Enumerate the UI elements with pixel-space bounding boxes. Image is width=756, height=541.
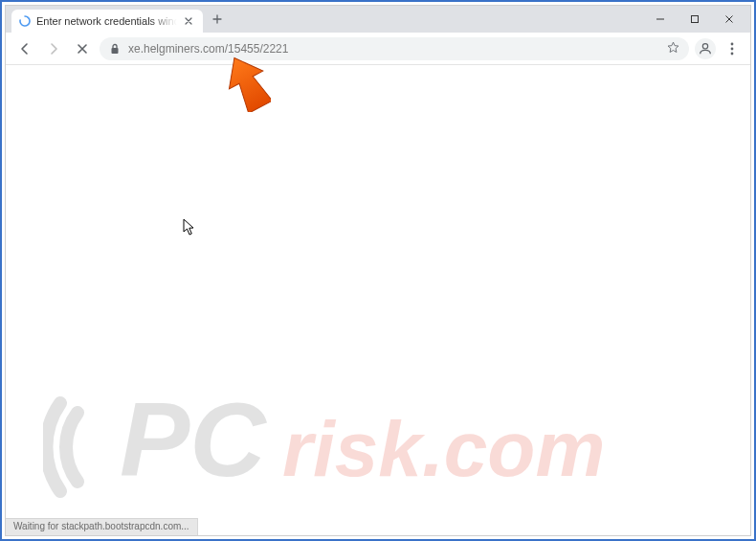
window-close-button[interactable]: [712, 9, 746, 30]
maximize-icon: [690, 14, 700, 24]
svg-point-4: [731, 47, 734, 50]
kebab-icon: [730, 42, 734, 56]
plus-icon: [212, 14, 222, 24]
svg-rect-0: [692, 16, 699, 23]
status-text: Waiting for stackpath.bootstrapcdn.com..…: [13, 521, 189, 531]
arrow-right-icon: [47, 42, 60, 56]
close-icon: [724, 14, 734, 24]
new-tab-button[interactable]: [207, 9, 228, 30]
watermark-left-text: PC: [120, 380, 267, 498]
page-viewport: PC risk.com Waiting for stackpath.bootst…: [6, 65, 750, 535]
tab-bar: Enter network credentials windo: [6, 6, 750, 33]
tab-close-button[interactable]: [183, 14, 195, 28]
forward-button[interactable]: [42, 37, 65, 60]
window-minimize-button[interactable]: [643, 9, 678, 30]
person-icon: [698, 41, 713, 56]
minimize-icon: [656, 14, 665, 24]
watermark-right-text: risk.com: [282, 405, 605, 492]
outer-frame: Enter network credentials windo: [0, 0, 756, 541]
url-text: xe.helgminers.com/15455/2221: [128, 42, 659, 56]
loading-spinner-icon: [19, 15, 31, 27]
window-maximize-button[interactable]: [678, 9, 712, 30]
close-icon: [185, 17, 192, 25]
back-button[interactable]: [13, 37, 36, 60]
stop-reload-button[interactable]: [71, 37, 94, 60]
stop-icon: [77, 43, 88, 55]
bookmark-star-button[interactable]: [667, 41, 679, 56]
star-icon: [667, 41, 679, 54]
toolbar: xe.helgminers.com/15455/2221: [6, 33, 750, 65]
browser-window: Enter network credentials windo: [5, 5, 751, 536]
svg-rect-1: [112, 48, 119, 54]
tab-title: Enter network credentials windo: [36, 15, 177, 27]
profile-avatar-button[interactable]: [695, 38, 716, 59]
arrow-left-icon: [18, 42, 32, 56]
tab-active[interactable]: Enter network credentials windo: [11, 10, 203, 33]
status-bar: Waiting for stackpath.bootstrapcdn.com..…: [6, 518, 198, 535]
svg-point-3: [731, 42, 734, 45]
window-controls: [643, 6, 746, 33]
svg-point-5: [731, 52, 734, 55]
address-bar[interactable]: xe.helgminers.com/15455/2221: [100, 37, 689, 60]
watermark: PC risk.com: [6, 380, 750, 518]
lock-icon: [109, 43, 121, 55]
svg-point-2: [702, 43, 707, 48]
chrome-menu-button[interactable]: [722, 38, 743, 59]
